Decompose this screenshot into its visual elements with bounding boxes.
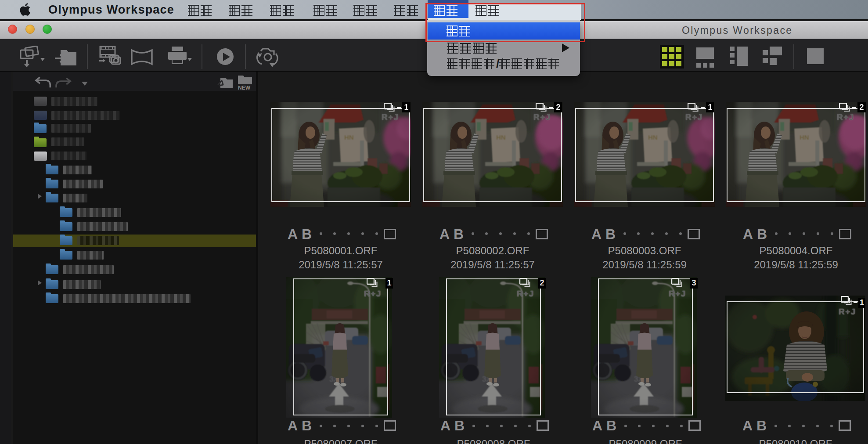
svg-text:NEW: NEW	[238, 85, 251, 90]
